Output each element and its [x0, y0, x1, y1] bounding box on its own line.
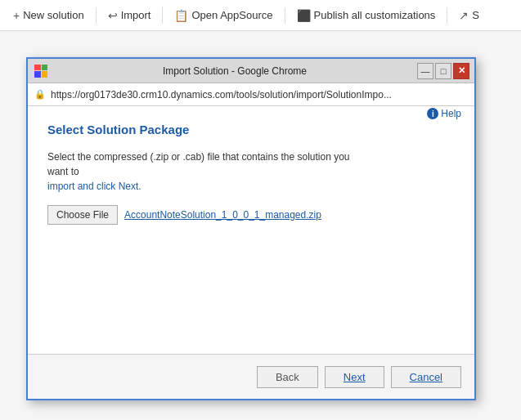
cancel-button[interactable]: Cancel	[391, 366, 461, 388]
selected-file-name: AccountNoteSolution_1_0_0_1_managed.zip	[124, 209, 321, 221]
description-line1: Select the compressed (.zip or .cab) fil…	[47, 151, 350, 177]
toolbar-import[interactable]: ↩ Import	[101, 6, 158, 25]
divider-1	[96, 7, 97, 24]
section-title: Select Solution Package	[47, 123, 455, 136]
toolbar-share[interactable]: ↗ S	[452, 6, 486, 25]
browser-titlebar: Import Solution - Google Chrome — □ ✕	[28, 59, 474, 83]
divider-2	[162, 7, 163, 24]
browser-title: Import Solution - Google Chrome	[52, 65, 417, 77]
toolbar-new-solution[interactable]: + New solution	[7, 6, 91, 25]
choose-file-button[interactable]: Choose File	[47, 205, 118, 225]
import-label: Import	[121, 9, 151, 21]
publish-all-label: Publish all customizations	[314, 9, 436, 21]
divider-4	[447, 7, 447, 24]
new-solution-label: New solution	[23, 9, 83, 21]
maximize-button[interactable]: □	[435, 63, 451, 79]
address-url: https://org0173de30.crm10.dynamics.com/t…	[51, 89, 468, 101]
plus-icon: +	[13, 9, 20, 22]
open-appsource-label: Open AppSource	[191, 9, 272, 21]
help-link[interactable]: i Help	[427, 108, 461, 119]
help-circle-icon: i	[427, 108, 438, 119]
import-icon: ↩	[108, 9, 118, 22]
share-label: S	[472, 9, 479, 21]
next-button[interactable]: Next	[325, 366, 384, 388]
dialog-content: Select Solution Package Select the compr…	[28, 106, 474, 357]
file-input-row: Choose File AccountNoteSolution_1_0_0_1_…	[47, 205, 455, 225]
divider-3	[285, 7, 285, 24]
main-toolbar: + New solution ↩ Import 📋 Open AppSource…	[0, 0, 521, 31]
help-label: Help	[441, 108, 461, 119]
back-button[interactable]: Back	[257, 366, 318, 388]
close-button[interactable]: ✕	[453, 63, 469, 79]
description-line2: import and click Next.	[47, 181, 141, 192]
share-icon: ↗	[459, 9, 469, 22]
toolbar-publish-all[interactable]: ⬛ Publish all customizations	[290, 6, 442, 25]
background-content: Import Solution - Google Chrome — □ ✕ 🔒 …	[0, 31, 521, 420]
browser-addressbar: 🔒 https://org0173de30.crm10.dynamics.com…	[28, 83, 474, 106]
minimize-button[interactable]: —	[417, 63, 433, 79]
dialog-footer: Back Next Cancel	[28, 354, 474, 399]
appsource-icon: 📋	[174, 9, 188, 22]
description-text: Select the compressed (.zip or .cab) fil…	[47, 150, 358, 194]
browser-window-controls: — □ ✕	[417, 63, 469, 79]
browser-window: Import Solution - Google Chrome — □ ✕ 🔒 …	[26, 57, 476, 400]
toolbar-open-appsource[interactable]: 📋 Open AppSource	[168, 6, 279, 25]
lock-icon: 🔒	[34, 89, 46, 100]
publish-icon: ⬛	[297, 9, 311, 22]
windows-flag-icon	[34, 65, 47, 78]
